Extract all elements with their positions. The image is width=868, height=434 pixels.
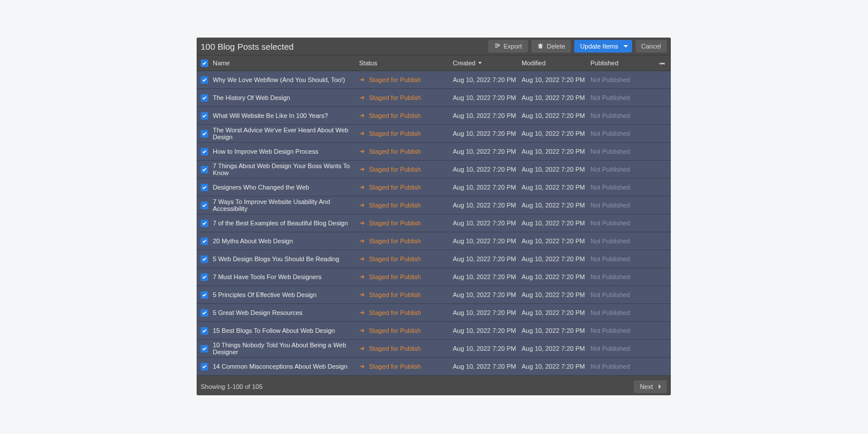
chevron-right-icon — [659, 384, 661, 389]
pin-column-button[interactable] — [658, 60, 666, 66]
row-modified: Aug 10, 2022 7:20 PM — [522, 327, 590, 334]
delete-label: Delete — [547, 43, 566, 50]
table-row[interactable]: 10 Things Nobody Told You About Being a … — [197, 340, 671, 358]
row-checkbox[interactable] — [201, 309, 208, 317]
row-checkbox[interactable] — [201, 327, 208, 335]
table-row[interactable]: The Worst Advice We've Ever Heard About … — [197, 125, 671, 143]
row-name: What Will Website Be Like In 100 Years? — [210, 112, 359, 119]
table-row[interactable]: 7 Ways To Improve Website Usability And … — [197, 196, 671, 214]
row-modified: Aug 10, 2022 7:20 PM — [522, 255, 590, 262]
cms-selection-panel: 100 Blog Posts selected Export Delete Up… — [197, 38, 671, 395]
table-row[interactable]: 5 Great Web Design ResourcesStaged for P… — [197, 304, 671, 322]
table-row[interactable]: 5 Web Design Blogs You Should Be Reading… — [197, 250, 671, 268]
table-row[interactable]: 7 of the Best Examples of Beautiful Blog… — [197, 214, 671, 232]
column-header-published[interactable]: Published — [590, 60, 658, 66]
table-body[interactable]: Why We Love Webflow (And You Should, Too… — [197, 71, 671, 378]
row-modified: Aug 10, 2022 7:20 PM — [522, 112, 590, 119]
table-row[interactable]: 20 Myths About Web DesignStaged for Publ… — [197, 232, 671, 250]
row-published: Not Published — [590, 94, 658, 101]
row-created: Aug 10, 2022 7:20 PM — [453, 273, 522, 280]
column-header-name[interactable]: Name — [210, 60, 359, 66]
row-status: Staged for Publish — [359, 202, 453, 209]
row-checkbox[interactable] — [201, 202, 208, 209]
row-created: Aug 10, 2022 7:20 PM — [453, 94, 522, 101]
row-checkbox[interactable] — [201, 184, 208, 191]
row-status: Staged for Publish — [359, 130, 453, 137]
chevron-down-icon — [623, 45, 628, 47]
column-header-modified[interactable]: Modified — [522, 60, 590, 66]
row-name: 5 Principles Of Effective Web Design — [210, 291, 359, 298]
row-name: 7 Ways To Improve Website Usability And … — [210, 198, 359, 212]
row-checkbox[interactable] — [201, 238, 208, 245]
table-row[interactable]: 7 Must Have Tools For Web DesignersStage… — [197, 268, 671, 286]
row-created: Aug 10, 2022 7:20 PM — [453, 112, 522, 119]
table-row[interactable]: How to Improve Web Design ProcessStaged … — [197, 143, 671, 161]
table-header: Name Status Created Modified Published — [197, 55, 671, 71]
table-row[interactable]: What Will Website Be Like In 100 Years?S… — [197, 107, 671, 125]
row-created: Aug 10, 2022 7:20 PM — [453, 184, 522, 191]
row-checkbox[interactable] — [201, 220, 208, 227]
row-created: Aug 10, 2022 7:20 PM — [453, 220, 522, 227]
row-status: Staged for Publish — [359, 255, 453, 262]
row-checkbox[interactable] — [201, 255, 208, 263]
row-modified: Aug 10, 2022 7:20 PM — [522, 202, 590, 209]
row-checkbox[interactable] — [201, 112, 208, 120]
row-name: The Worst Advice We've Ever Heard About … — [210, 127, 359, 140]
cancel-button[interactable]: Cancel — [636, 40, 667, 53]
delete-button[interactable]: Delete — [531, 40, 571, 53]
select-all-checkbox[interactable] — [201, 60, 208, 67]
row-published: Not Published — [590, 327, 658, 334]
row-status: Staged for Publish — [359, 148, 453, 155]
row-status: Staged for Publish — [359, 363, 453, 370]
table-row[interactable]: The History Of Web DesignStaged for Publ… — [197, 89, 671, 107]
row-created: Aug 10, 2022 7:20 PM — [453, 148, 522, 155]
column-header-created[interactable]: Created — [453, 60, 522, 66]
table-row[interactable]: 15 Best Blogs To Follow About Web Design… — [197, 322, 671, 340]
table-row[interactable]: Designers Who Changed the WebStaged for … — [197, 179, 671, 196]
row-name: 7 Things About Web Design Your Boss Want… — [210, 162, 359, 176]
row-checkbox[interactable] — [201, 76, 208, 84]
row-modified: Aug 10, 2022 7:20 PM — [522, 220, 590, 227]
row-created: Aug 10, 2022 7:20 PM — [453, 327, 522, 334]
row-status: Staged for Publish — [359, 220, 453, 227]
table-row[interactable]: 14 Common Misconceptions About Web Desig… — [197, 358, 671, 376]
table-row[interactable]: 7 Things About Web Design Your Boss Want… — [197, 161, 671, 179]
row-status: Staged for Publish — [359, 309, 453, 316]
cancel-label: Cancel — [641, 43, 661, 50]
row-checkbox[interactable] — [201, 130, 208, 138]
row-published: Not Published — [590, 238, 658, 244]
row-status: Staged for Publish — [359, 76, 453, 83]
row-name: 5 Web Design Blogs You Should Be Reading — [210, 255, 359, 262]
row-published: Not Published — [590, 166, 658, 173]
row-checkbox[interactable] — [201, 166, 208, 173]
row-name: Why We Love Webflow (And You Should, Too… — [210, 76, 359, 83]
row-published: Not Published — [590, 291, 658, 298]
row-published: Not Published — [590, 363, 658, 370]
row-checkbox[interactable] — [201, 148, 208, 155]
row-checkbox[interactable] — [201, 94, 208, 102]
row-created: Aug 10, 2022 7:20 PM — [453, 255, 522, 262]
row-checkbox[interactable] — [201, 363, 208, 370]
row-checkbox[interactable] — [201, 273, 208, 281]
export-icon — [494, 43, 500, 50]
next-button[interactable]: Next — [634, 380, 667, 393]
row-checkbox[interactable] — [201, 291, 208, 299]
row-status: Staged for Publish — [359, 327, 453, 334]
table-row[interactable]: Why We Love Webflow (And You Should, Too… — [197, 71, 671, 89]
row-created: Aug 10, 2022 7:20 PM — [453, 363, 522, 370]
row-modified: Aug 10, 2022 7:20 PM — [522, 238, 590, 244]
row-created: Aug 10, 2022 7:20 PM — [453, 130, 522, 137]
update-items-button[interactable]: Update Items — [574, 40, 631, 53]
row-checkbox[interactable] — [201, 345, 208, 353]
row-created: Aug 10, 2022 7:20 PM — [453, 345, 522, 352]
row-modified: Aug 10, 2022 7:20 PM — [522, 148, 590, 155]
row-name: 5 Great Web Design Resources — [210, 309, 359, 316]
row-published: Not Published — [590, 112, 658, 119]
column-header-status[interactable]: Status — [359, 60, 453, 66]
table-row[interactable]: 5 Principles Of Effective Web DesignStag… — [197, 286, 671, 304]
row-name: 10 Things Nobody Told You About Being a … — [210, 342, 359, 355]
sort-desc-icon — [478, 62, 482, 64]
row-published: Not Published — [590, 273, 658, 280]
export-button[interactable]: Export — [488, 40, 528, 53]
row-published: Not Published — [590, 255, 658, 262]
